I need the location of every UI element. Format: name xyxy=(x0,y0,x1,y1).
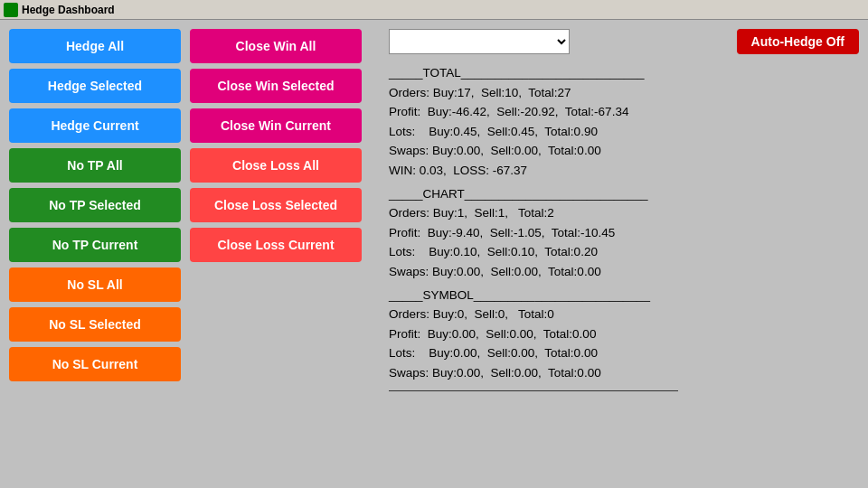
total-profit: Profit: Buy:-46.42, Sell:-20.92, Total:-… xyxy=(389,102,859,122)
close-loss-current-button[interactable]: Close Loss Current xyxy=(190,228,362,262)
button-column-right: Close Win All Close Win Selected Close W… xyxy=(190,29,362,479)
symbol-lots: Lots: Buy:0.00, Sell:0.00, Total:0.00 xyxy=(389,343,859,363)
stats-area: _____TOTAL___________________________ Or… xyxy=(389,63,859,391)
chart-section-label: _____CHART___________________________ xyxy=(389,184,859,204)
total-winloss: WIN: 0.03, LOSS: -67.37 xyxy=(389,161,859,181)
main-content: Hedge All Hedge Selected Hedge Current N… xyxy=(0,20,868,488)
hedge-all-button[interactable]: Hedge All xyxy=(9,29,181,63)
app-icon xyxy=(4,3,18,17)
hedge-selected-button[interactable]: Hedge Selected xyxy=(9,69,181,103)
symbol-dropdown[interactable] xyxy=(389,29,570,54)
symbol-profit: Profit: Buy:0.00, Sell:0.00, Total:0.00 xyxy=(389,324,859,344)
hedge-current-button[interactable]: Hedge Current xyxy=(9,108,181,143)
top-controls: Auto-Hedge Off xyxy=(389,29,859,54)
close-loss-selected-button[interactable]: Close Loss Selected xyxy=(190,188,362,222)
bottom-divider xyxy=(389,390,678,391)
chart-orders: Orders: Buy:1, Sell:1, Total:2 xyxy=(389,203,859,223)
button-column-left: Hedge All Hedge Selected Hedge Current N… xyxy=(9,29,181,479)
chart-swaps: Swaps: Buy:0.00, Sell:0.00, Total:0.00 xyxy=(389,262,859,282)
no-tp-selected-button[interactable]: No TP Selected xyxy=(9,188,181,222)
symbol-orders: Orders: Buy:0, Sell:0, Total:0 xyxy=(389,305,859,324)
left-panel: Hedge All Hedge Selected Hedge Current N… xyxy=(9,29,362,479)
total-section-label: _____TOTAL___________________________ xyxy=(389,63,859,83)
total-orders: Orders: Buy:17, Sell:10, Total:27 xyxy=(389,83,859,103)
auto-hedge-button[interactable]: Auto-Hedge Off xyxy=(737,29,859,54)
close-win-all-button[interactable]: Close Win All xyxy=(190,29,362,63)
title-bar-text: Hedge Dashboard xyxy=(22,4,115,16)
no-sl-selected-button[interactable]: No SL Selected xyxy=(9,307,181,342)
total-lots: Lots: Buy:0.45, Sell:0.45, Total:0.90 xyxy=(389,122,859,142)
no-sl-all-button[interactable]: No SL All xyxy=(9,267,181,302)
symbol-swaps: Swaps: Buy:0.00, Sell:0.00, Total:0.00 xyxy=(389,363,859,383)
chart-profit: Profit: Buy:-9.40, Sell:-1.05, Total:-10… xyxy=(389,223,859,243)
close-win-selected-button[interactable]: Close Win Selected xyxy=(190,69,362,103)
close-win-current-button[interactable]: Close Win Current xyxy=(190,108,362,143)
no-sl-current-button[interactable]: No SL Current xyxy=(9,347,181,381)
no-tp-all-button[interactable]: No TP All xyxy=(9,148,181,183)
right-panel: Auto-Hedge Off _____TOTAL_______________… xyxy=(380,29,859,479)
title-bar: Hedge Dashboard xyxy=(0,0,868,20)
total-swaps: Swaps: Buy:0.00, Sell:0.00, Total:0.00 xyxy=(389,141,859,161)
close-loss-all-button[interactable]: Close Loss All xyxy=(190,148,362,183)
chart-lots: Lots: Buy:0.10, Sell:0.10, Total:0.20 xyxy=(389,242,859,262)
symbol-section-label: _____SYMBOL__________________________ xyxy=(389,286,859,305)
no-tp-current-button[interactable]: No TP Current xyxy=(9,228,181,262)
